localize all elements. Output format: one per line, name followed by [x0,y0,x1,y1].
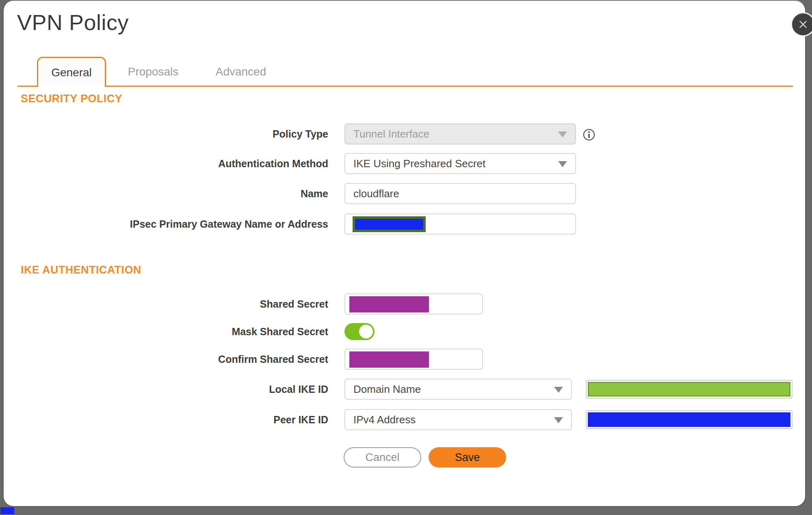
name-row: Name cloudflare [4,183,807,204]
mask-shared-secret-row: Mask Shared Secret [4,323,807,340]
mask-shared-secret-toggle[interactable] [344,323,375,340]
dialog-title: VPN Policy [17,10,129,35]
confirm-shared-secret-label: Confirm Shared Secret [4,349,328,370]
local-ike-id-row: Local IKE ID Domain Name [4,379,807,400]
peer-ike-id-type-value: IPv4 Address [345,414,416,426]
shared-secret-redacted-value [349,296,429,312]
shared-secret-row: Shared Secret [4,293,807,315]
close-icon [798,19,808,30]
chevron-down-icon [554,417,563,423]
tab-proposals[interactable]: Proposals [119,57,188,87]
security-policy-heading: SECURITY POLICY [21,93,122,105]
local-ike-id-input[interactable] [586,380,793,399]
ike-authentication-heading: IKE AUTHENTICATION [21,264,141,276]
confirm-shared-secret-input[interactable] [344,349,483,370]
tab-proposals-label: Proposals [128,65,179,78]
name-label: Name [4,183,328,204]
peer-ike-id-label: Peer IKE ID [4,409,328,430]
bottom-left-redacted-value [0,507,14,514]
tab-advanced[interactable]: Advanced [206,57,275,87]
authentication-method-value: IKE Using Preshared Secret [345,157,485,170]
shared-secret-input[interactable] [344,293,483,315]
local-ike-id-type-value: Domain Name [345,383,421,396]
local-ike-id-label: Local IKE ID [4,379,328,400]
policy-type-value: Tunnel Interface [345,128,429,140]
close-button[interactable] [791,12,812,37]
name-input[interactable]: cloudflare [344,183,576,204]
gateway-redacted-value [353,216,426,232]
chevron-down-icon [554,387,563,393]
chevron-down-icon [558,161,567,167]
policy-type-row: Policy Type Tunnel Interface [4,123,807,144]
save-button-label: Save [455,451,480,464]
chevron-down-icon [558,131,567,138]
local-ike-id-redacted-value [588,382,790,396]
tab-general[interactable]: General [37,57,106,87]
shared-secret-label: Shared Secret [4,293,328,315]
gateway-input[interactable] [344,213,576,235]
peer-ike-id-input[interactable] [586,410,793,429]
mask-shared-secret-label: Mask Shared Secret [4,323,328,340]
info-icon[interactable] [583,129,595,141]
gateway-label: IPsec Primary Gateway Name or Address [4,213,328,235]
local-ike-id-select[interactable]: Domain Name [344,379,572,400]
peer-ike-id-redacted-value [588,412,790,427]
cancel-button[interactable]: Cancel [344,447,421,468]
cancel-button-label: Cancel [365,451,399,464]
peer-ike-id-row: Peer IKE ID IPv4 Address [4,409,807,430]
authentication-method-select[interactable]: IKE Using Preshared Secret [344,153,576,174]
name-value: cloudflare [345,187,399,200]
policy-type-select: Tunnel Interface [344,123,576,144]
tab-general-label: General [51,66,92,79]
confirm-shared-secret-redacted-value [349,351,429,368]
tab-advanced-label: Advanced [216,65,266,78]
authentication-method-row: Authentication Method IKE Using Preshare… [4,153,807,174]
vpn-policy-dialog: VPN Policy General Proposals Advanced SE… [3,0,806,507]
gateway-row: IPsec Primary Gateway Name or Address [4,213,807,235]
toggle-knob [359,325,373,338]
confirm-shared-secret-row: Confirm Shared Secret [4,349,807,370]
peer-ike-id-select[interactable]: IPv4 Address [344,409,572,430]
save-button[interactable]: Save [429,447,506,468]
authentication-method-label: Authentication Method [4,153,328,174]
policy-type-label: Policy Type [4,123,328,144]
